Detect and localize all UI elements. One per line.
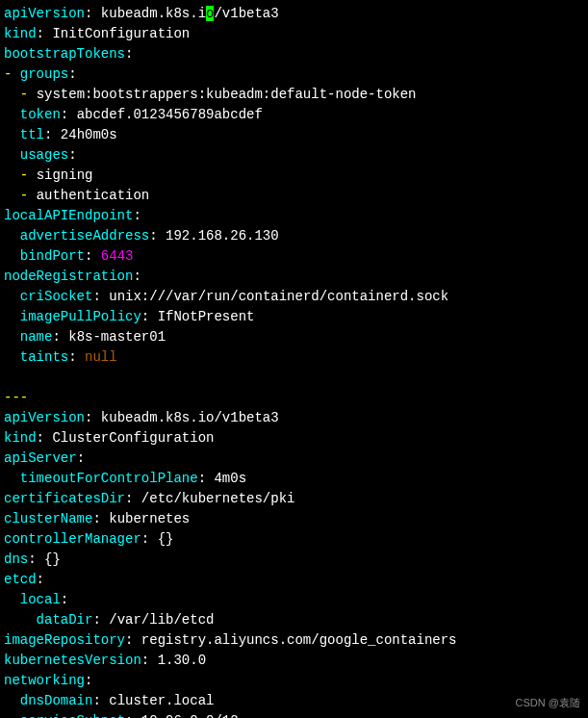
yaml-key: imagePullPolicy <box>20 309 141 324</box>
yaml-line: --- <box>4 388 584 408</box>
yaml-line: localAPIEndpoint: <box>4 206 584 226</box>
yaml-value: k8s-master01 <box>68 329 166 345</box>
yaml-key: imageRepository <box>4 632 125 648</box>
dash-icon: - <box>20 188 37 203</box>
yaml-value: /var/lib/etcd <box>109 612 214 628</box>
yaml-key: usages <box>20 147 68 163</box>
yaml-line: kind: ClusterConfiguration <box>4 428 584 449</box>
yaml-key: dnsDomain <box>20 693 93 708</box>
yaml-line: usages: <box>4 145 584 166</box>
yaml-line: taints: null <box>4 347 584 368</box>
dash-icon: - <box>20 167 37 183</box>
document-separator: --- <box>4 390 28 405</box>
yaml-key: kind <box>4 26 37 41</box>
yaml-value: null <box>85 349 117 365</box>
yaml-line <box>4 368 584 388</box>
yaml-value: {} <box>158 531 174 547</box>
yaml-key: apiVersion <box>4 410 85 425</box>
yaml-value: kubeadm.k8s.i <box>101 6 206 21</box>
yaml-key: clusterName <box>4 511 92 526</box>
yaml-key: serviceSubnet <box>20 713 125 718</box>
yaml-value: InitConfiguration <box>52 26 190 41</box>
yaml-value: cluster.local <box>109 693 214 708</box>
yaml-key: dataDir <box>37 612 93 628</box>
watermark: CSDN @袁随 <box>516 695 580 711</box>
yaml-line: networking: <box>4 671 584 691</box>
yaml-key: name <box>20 329 53 345</box>
yaml-line: - system:bootstrappers:kubeadm:default-n… <box>4 85 584 105</box>
yaml-line: bindPort: 6443 <box>4 246 584 267</box>
yaml-line: advertiseAddress: 192.168.26.130 <box>4 226 584 246</box>
yaml-key: apiServer <box>4 450 77 466</box>
yaml-key: timeoutForControlPlane <box>20 471 198 486</box>
yaml-value: 4m0s <box>214 471 246 486</box>
yaml-value: signing <box>37 167 93 183</box>
yaml-key: token <box>20 107 61 122</box>
yaml-key: certificatesDir <box>4 491 125 506</box>
yaml-key: kind <box>4 430 37 446</box>
yaml-key: bootstrapTokens <box>4 46 125 62</box>
yaml-value: kubernetes <box>109 511 190 526</box>
yaml-value: /v1beta3 <box>214 6 278 21</box>
yaml-key: networking <box>4 673 85 688</box>
yaml-value: {} <box>44 551 61 567</box>
yaml-line: - signing <box>4 166 584 186</box>
yaml-line: token: abcdef.0123456789abcdef <box>4 105 584 125</box>
dash-icon: - <box>4 66 20 82</box>
yaml-value: 24h0m0s <box>61 127 117 142</box>
yaml-line: kind: InitConfiguration <box>4 24 584 44</box>
yaml-line: apiVersion: kubeadm.k8s.io/v1beta3 <box>4 408 584 428</box>
yaml-key: ttl <box>20 127 44 142</box>
yaml-line: etcd: <box>4 570 584 590</box>
yaml-key: taints <box>20 349 68 365</box>
yaml-line: dns: {} <box>4 550 584 570</box>
yaml-key: bindPort <box>20 248 85 264</box>
yaml-line: controllerManager: {} <box>4 529 584 550</box>
yaml-key: groups <box>20 66 68 82</box>
yaml-line: ttl: 24h0m0s <box>4 125 584 145</box>
yaml-line: nodeRegistration: <box>4 267 584 287</box>
yaml-line: dataDir: /var/lib/etcd <box>4 610 584 630</box>
yaml-value: authentication <box>37 188 150 203</box>
yaml-value: 1.30.0 <box>158 653 206 668</box>
yaml-value: 6443 <box>101 248 134 264</box>
yaml-line: bootstrapTokens: <box>4 44 584 64</box>
yaml-line: timeoutForControlPlane: 4m0s <box>4 469 584 489</box>
yaml-value: ClusterConfiguration <box>52 430 214 446</box>
yaml-line: imageRepository: registry.aliyuncs.com/g… <box>4 630 584 651</box>
yaml-key: controllerManager <box>4 531 141 547</box>
yaml-line: - groups: <box>4 64 584 85</box>
yaml-value: /etc/kubernetes/pki <box>141 491 295 506</box>
yaml-value: 192.168.26.130 <box>166 228 279 244</box>
yaml-line: imagePullPolicy: IfNotPresent <box>4 307 584 327</box>
yaml-key: etcd <box>4 572 37 587</box>
yaml-key: nodeRegistration <box>4 269 133 284</box>
yaml-value: abcdef.0123456789abcdef <box>77 107 263 122</box>
yaml-line: dnsDomain: cluster.local <box>4 691 584 711</box>
yaml-line: serviceSubnet: 10.96.0.0/12 <box>4 711 584 718</box>
yaml-value: unix:///var/run/containerd/containerd.so… <box>109 289 448 304</box>
yaml-key: apiVersion <box>4 6 85 21</box>
yaml-line: name: k8s-master01 <box>4 327 584 347</box>
yaml-key: advertiseAddress <box>20 228 149 244</box>
yaml-line: clusterName: kubernetes <box>4 509 584 529</box>
yaml-line: kubernetesVersion: 1.30.0 <box>4 651 584 671</box>
yaml-line: criSocket: unix:///var/run/containerd/co… <box>4 287 584 307</box>
yaml-value: system:bootstrappers:kubeadm:default-nod… <box>37 87 417 102</box>
yaml-key: local <box>20 592 61 607</box>
yaml-editor[interactable]: apiVersion: kubeadm.k8s.io/v1beta3 kind:… <box>4 4 584 718</box>
yaml-line: - authentication <box>4 186 584 206</box>
yaml-line: apiServer: <box>4 449 584 469</box>
yaml-key: localAPIEndpoint <box>4 208 133 223</box>
yaml-key: kubernetesVersion <box>4 653 141 668</box>
dash-icon: - <box>20 87 37 102</box>
yaml-value: IfNotPresent <box>158 309 255 324</box>
yaml-line: apiVersion: kubeadm.k8s.io/v1beta3 <box>4 4 584 24</box>
yaml-value: registry.aliyuncs.com/google_containers <box>141 632 457 648</box>
yaml-value: 10.96.0.0/12 <box>141 713 239 718</box>
yaml-key: criSocket <box>20 289 93 304</box>
yaml-key: dns <box>4 551 28 567</box>
yaml-value: kubeadm.k8s.io/v1beta3 <box>101 410 279 425</box>
yaml-line: certificatesDir: /etc/kubernetes/pki <box>4 489 584 509</box>
yaml-line: local: <box>4 590 584 610</box>
